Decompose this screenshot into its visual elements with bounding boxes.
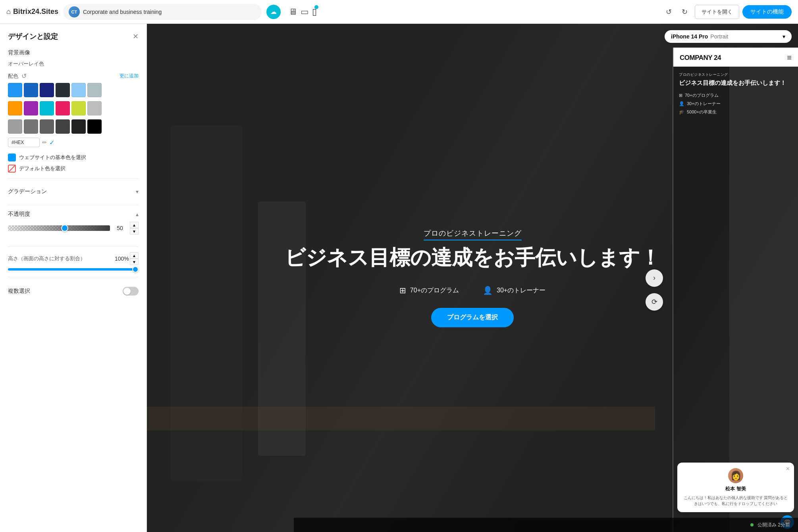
phone-hero-title: ビジネス目標の達成をお手伝いします！ xyxy=(679,79,792,87)
hex-input[interactable] xyxy=(8,138,40,147)
panel-title: デザインと設定 xyxy=(8,32,58,41)
left-panel: デザインと設定 ✕ 背景画像 オーバーレイ色 配色 ↺ 更に追加 xyxy=(0,24,147,532)
feature1-text: 70+のプログラム xyxy=(410,286,459,295)
status-bar: 公開済み 2分前 xyxy=(294,518,798,532)
color-swatch-lime[interactable] xyxy=(71,101,86,115)
height-step-up[interactable]: ▲ xyxy=(130,252,139,259)
color-swatch-cyan[interactable] xyxy=(40,101,54,115)
color-swatch-orange[interactable] xyxy=(8,101,22,115)
height-step-buttons: ▲ ▼ xyxy=(130,252,139,265)
canvas-area: プロのビジネストレーニング ビジネス目標の達成をお手伝いします！ ⊞ 70+のプ… xyxy=(147,24,798,532)
color-swatch-bluegray[interactable] xyxy=(87,83,102,97)
device-chevron: ▾ xyxy=(783,33,785,40)
default-color-dot xyxy=(8,165,16,173)
color-swatch-gray4[interactable] xyxy=(40,119,54,134)
opacity-step-up[interactable]: ▲ xyxy=(130,222,139,228)
color-swatch-pink[interactable] xyxy=(56,101,70,115)
cloud-button[interactable]: ☁ xyxy=(266,5,281,19)
opacity-step-down[interactable]: ▼ xyxy=(130,228,139,234)
phone-hero: プロのビジネストレーニング ビジネス目標の達成をお手伝いします！ ⊞ 70+のプ… xyxy=(673,67,798,532)
color-swatch-blue[interactable] xyxy=(8,83,22,97)
phone-menu-icon[interactable]: ≡ xyxy=(787,53,792,62)
topbar: ⌂ Bitrix24.Sites CT Corporate and busine… xyxy=(0,0,798,24)
height-value: 100% xyxy=(115,255,127,262)
feature2: 👤 30+のトレーナー xyxy=(483,286,545,295)
device-selector-container: iPhone 14 Pro Portrait ▾ xyxy=(665,30,792,43)
phone-company-name: COMPANY 24 xyxy=(680,54,721,62)
site-features-button[interactable]: サイトの機能 xyxy=(742,5,792,19)
gradient-section[interactable]: グラデーション ▾ xyxy=(8,184,139,199)
panel-header: デザインと設定 ✕ xyxy=(8,32,139,41)
brand-name: Bitrix24.Sites xyxy=(13,8,58,16)
color-swatch-black[interactable] xyxy=(87,119,102,134)
website-color-label: ウェブサイトの基本色を選択 xyxy=(19,154,86,161)
color-swatch-navy[interactable] xyxy=(40,83,54,97)
toggle-thumb xyxy=(123,288,131,295)
device-icons: 🖥 ▭ ▯ xyxy=(289,7,317,17)
divider2 xyxy=(8,205,139,205)
chat-name: 松本 智美 xyxy=(683,486,788,492)
color-swatch-gray[interactable] xyxy=(87,101,102,115)
site-name-pill[interactable]: CT Corporate and business training xyxy=(63,4,262,20)
height-thumb[interactable] xyxy=(132,266,139,273)
device-name-light: Portrait xyxy=(710,33,728,40)
tablet-landscape-icon[interactable]: ▭ xyxy=(301,7,309,17)
website-color-dot xyxy=(8,154,16,161)
phone-feature1-icon: ⊞ xyxy=(679,93,682,98)
redo-button[interactable]: ↻ xyxy=(677,5,692,19)
opacity-track-gradient xyxy=(8,225,110,231)
phone-feature2-text: 30+のトレーナー xyxy=(687,101,721,107)
opacity-thumb[interactable] xyxy=(61,225,68,232)
height-slider-wrapper[interactable] xyxy=(8,268,139,271)
more-add-link[interactable]: 更に追加 xyxy=(120,73,139,79)
default-color-row[interactable]: デフォルト色を選択 xyxy=(8,165,139,173)
open-site-button[interactable]: サイトを開く xyxy=(695,5,739,19)
height-step-down[interactable]: ▼ xyxy=(130,259,139,265)
feature1-icon: ⊞ xyxy=(399,286,406,295)
color-swatch-charcoal[interactable] xyxy=(56,83,70,97)
hero-cta-button[interactable]: プログラムを選択 xyxy=(431,308,514,327)
color-grid-row2 xyxy=(8,101,139,115)
color-swatch-lightblue[interactable] xyxy=(71,83,86,97)
canvas-refresh-button[interactable]: ⟳ xyxy=(646,293,663,311)
chat-close-icon[interactable]: ✕ xyxy=(786,466,790,472)
opacity-section: 不透明度 ▴ 50 ▲ ▼ xyxy=(8,211,139,241)
canvas-next-button[interactable]: › xyxy=(646,269,663,287)
feature2-icon: 👤 xyxy=(483,286,493,295)
color-swatch-verydark[interactable] xyxy=(71,119,86,134)
tablet-portrait-icon[interactable]: ▯ xyxy=(312,7,317,17)
phone-feature2: 👤 30+のトレーナー xyxy=(679,101,792,107)
feature2-text: 30+のトレーナー xyxy=(497,286,545,295)
hero-features: ⊞ 70+のプログラム 👤 30+のトレーナー xyxy=(399,286,545,295)
undo-button[interactable]: ↺ xyxy=(661,5,676,19)
strikethrough-line xyxy=(8,165,16,173)
multiple-select-toggle[interactable] xyxy=(123,287,139,296)
website-color-row[interactable]: ウェブサイトの基本色を選択 xyxy=(8,154,139,161)
phone-header: COMPANY 24 ≡ xyxy=(673,48,798,67)
opacity-header: 不透明度 ▴ xyxy=(8,211,139,218)
pencil-icon[interactable]: ✏ xyxy=(42,139,47,146)
desktop-icon[interactable]: 🖥 xyxy=(289,7,297,17)
multiple-select-row: 複数選択 xyxy=(8,283,139,300)
color-reset-icon[interactable]: ↺ xyxy=(21,72,27,80)
opacity-slider[interactable] xyxy=(8,223,110,233)
home-icon[interactable]: ⌂ xyxy=(6,8,11,16)
device-name-bold: iPhone 14 Pro xyxy=(671,33,708,40)
status-dot xyxy=(750,523,754,526)
hex-input-row: ✏ ✓ xyxy=(8,138,139,147)
color-grid-row1 xyxy=(8,83,139,97)
feature1: ⊞ 70+のプログラム xyxy=(399,286,459,295)
color-swatch-purple[interactable] xyxy=(24,101,38,115)
color-swatch-gray3[interactable] xyxy=(24,119,38,134)
color-row-header: 配色 ↺ 更に追加 xyxy=(8,72,139,80)
phone-feature1-text: 70+のプログラム xyxy=(685,92,719,98)
hero-title: ビジネス目標の達成をお手伝いします！ xyxy=(285,245,661,270)
color-swatch-gray5[interactable] xyxy=(56,119,70,134)
device-selector[interactable]: iPhone 14 Pro Portrait ▾ xyxy=(665,30,792,43)
panel-close-button[interactable]: ✕ xyxy=(133,32,139,41)
checkmark-icon[interactable]: ✓ xyxy=(49,139,54,146)
overlay-color-title: オーバーレイ色 xyxy=(8,60,139,67)
color-swatch-gray2[interactable] xyxy=(8,119,22,134)
avatar: CT xyxy=(69,6,80,17)
color-swatch-darkblue[interactable] xyxy=(24,83,38,97)
